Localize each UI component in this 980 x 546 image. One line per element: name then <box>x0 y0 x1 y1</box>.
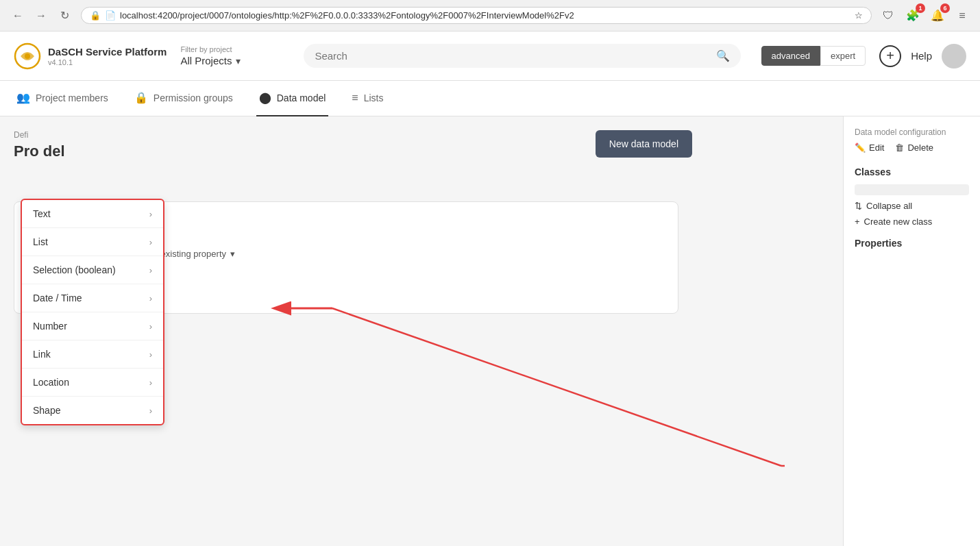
tab-lists-label: Lists <box>364 92 384 103</box>
help-button[interactable]: Help <box>911 50 932 62</box>
app-header: DaSCH Service Platform v4.10.1 Filter by… <box>0 32 980 81</box>
menu-icon[interactable]: ≡ <box>953 6 972 25</box>
sidebar-actions: ✏️ Edit 🗑 Delete <box>855 142 969 153</box>
collapse-all-button[interactable]: ⇅ Collapse all <box>855 201 912 211</box>
filter-selector[interactable]: All Projects ▾ <box>180 55 241 66</box>
datetime-submenu-icon: › <box>149 293 152 303</box>
tab-permission-groups-label: Permission groups <box>154 92 233 103</box>
security-icon: 🔒 <box>90 10 101 21</box>
dropdown-item-date-time[interactable]: Date / Time › <box>22 284 163 312</box>
collapse-icon: ⇅ <box>855 201 862 211</box>
dropdown-item-text[interactable]: Text › <box>22 200 163 228</box>
logo-version: v4.10.1 <box>48 58 167 66</box>
permission-groups-icon: 🔒 <box>134 91 148 104</box>
delete-button[interactable]: 🗑 Delete <box>895 142 933 153</box>
add-button[interactable]: + <box>879 45 901 67</box>
filter-area: Filter by project All Projects ▾ <box>180 45 290 66</box>
tab-project-members-label: Project members <box>36 92 108 103</box>
shape-submenu-icon: › <box>149 406 152 416</box>
location-submenu-icon: › <box>149 377 152 388</box>
define-text: Defi <box>14 130 829 140</box>
advanced-mode-button[interactable]: advanced <box>761 46 820 66</box>
edit-icon: ✏️ <box>855 142 866 153</box>
lists-icon: ≡ <box>352 92 358 104</box>
create-new-class-button[interactable]: + Create new class <box>855 216 932 227</box>
logo-area: DaSCH Service Platform v4.10.1 <box>14 42 167 70</box>
search-icon: 🔍 <box>716 49 730 62</box>
forward-button[interactable]: → <box>32 6 51 25</box>
header-actions: + Help <box>879 44 966 69</box>
search-mode-buttons: advanced expert <box>761 46 866 66</box>
content-area: Defi Pro del New data model Interviews: … <box>0 116 843 546</box>
tab-lists[interactable]: ≡ Lists <box>349 81 386 116</box>
search-area[interactable]: 🔍 <box>304 44 740 68</box>
tab-permission-groups[interactable]: 🔒 Permission groups <box>132 80 236 116</box>
page-title: Pro del <box>14 142 829 160</box>
new-data-model-button[interactable]: New data model <box>596 130 692 158</box>
tab-data-model-label: Data model <box>277 92 326 103</box>
edit-button[interactable]: ✏️ Edit <box>855 142 884 153</box>
profile-icon[interactable]: 🛡 <box>879 6 898 25</box>
reload-button[interactable]: ↻ <box>55 6 74 25</box>
main-content: Defi Pro del New data model Interviews: … <box>0 116 980 546</box>
page-icon: 📄 <box>105 10 116 21</box>
add-existing-chevron: ▾ <box>230 249 235 259</box>
avatar[interactable] <box>942 44 966 69</box>
dropdown-item-list[interactable]: List › <box>22 228 163 256</box>
svg-point-1 <box>25 53 30 59</box>
filter-label: Filter by project <box>180 45 232 53</box>
filter-chevron-icon: ▾ <box>236 55 241 66</box>
bookmark-icon[interactable]: ☆ <box>855 10 863 21</box>
logo-text: DaSCH Service Platform v4.10.1 <box>48 46 167 66</box>
address-bar[interactable]: 🔒 📄 localhost:4200/project/0007/ontologi… <box>81 7 872 24</box>
browser-nav-buttons: ← → ↻ <box>8 6 74 25</box>
dropdown-item-number[interactable]: Number › <box>22 312 163 340</box>
dropdown-item-location[interactable]: Location › <box>22 369 163 397</box>
classes-header <box>855 184 969 195</box>
logo-title: DaSCH Service Platform <box>48 46 167 58</box>
list-submenu-icon: › <box>149 237 152 247</box>
back-button[interactable]: ← <box>8 6 27 25</box>
dropdown-item-shape[interactable]: Shape › <box>22 397 163 424</box>
properties-title: Properties <box>855 238 969 249</box>
delete-icon: 🗑 <box>895 142 904 153</box>
dasch-logo-icon <box>14 42 41 70</box>
right-sidebar: Data model configuration ✏️ Edit 🗑 Delet… <box>843 116 980 546</box>
expert-mode-button[interactable]: expert <box>820 46 866 66</box>
browser-actions: 🛡 🧩 1 🔔 6 ≡ <box>879 6 972 25</box>
browser-chrome: ← → ↻ 🔒 📄 localhost:4200/project/0007/on… <box>0 0 980 32</box>
selection-submenu-icon: › <box>149 265 152 275</box>
filter-value: All Projects <box>180 55 232 66</box>
text-submenu-icon: › <box>149 209 152 219</box>
url-text: localhost:4200/project/0007/ontologies/h… <box>120 10 850 21</box>
tab-project-members[interactable]: 👥 Project members <box>14 80 111 116</box>
dropdown-item-link[interactable]: Link › <box>22 340 163 369</box>
nav-tabs: 👥 Project members 🔒 Permission groups ⬤ … <box>0 81 980 116</box>
classes-title: Classes <box>855 166 969 177</box>
tab-data-model[interactable]: ⬤ Data model <box>256 80 329 116</box>
link-submenu-icon: › <box>149 349 152 360</box>
data-model-icon: ⬤ <box>259 91 271 104</box>
dropdown-menu: Text › List › Selection (boolean) › Date… <box>21 199 164 425</box>
dropdown-item-selection-boolean[interactable]: Selection (boolean) › <box>22 256 163 284</box>
search-input[interactable] <box>315 50 709 62</box>
data-model-config-label: Data model configuration <box>855 127 969 137</box>
classes-section: Classes ⇅ Collapse all + Create new clas… <box>855 166 969 227</box>
project-members-icon: 👥 <box>16 91 30 104</box>
number-submenu-icon: › <box>149 321 152 332</box>
create-class-icon: + <box>855 216 860 227</box>
